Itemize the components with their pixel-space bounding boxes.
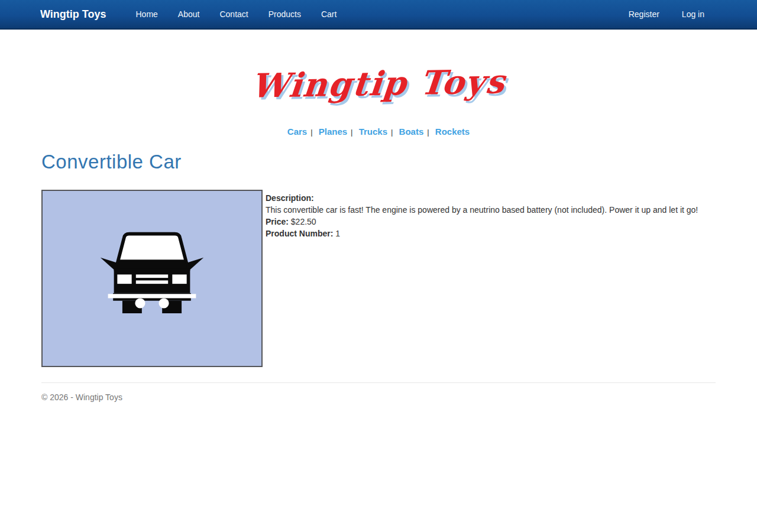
product-detail-section: Description: This convertible car is fas… — [41, 190, 716, 367]
wingtip-toys-logo[interactable]: Wingtip Toys — [250, 61, 507, 105]
category-separator: | — [349, 128, 354, 137]
category-link-trucks[interactable]: Trucks — [357, 126, 389, 137]
product-image — [41, 190, 263, 367]
logo-section: Wingtip Toys — [41, 64, 716, 118]
category-link-boats[interactable]: Boats — [397, 126, 426, 137]
nav-item-cart[interactable]: Cart — [311, 1, 347, 28]
product-number-value: 1 — [335, 229, 340, 238]
footer-divider — [41, 382, 716, 383]
category-separator: | — [389, 128, 394, 137]
main-content: Wingtip Toys Cars| Planes| Trucks| Boats… — [33, 64, 724, 402]
category-separator: | — [309, 128, 314, 137]
copyright-text: © 2026 - Wingtip Toys — [41, 392, 716, 402]
navbar-brand[interactable]: Wingtip Toys — [40, 8, 115, 21]
page-title: Convertible Car — [41, 151, 716, 173]
category-links: Cars| Planes| Trucks| Boats| Rockets — [41, 126, 716, 137]
category-link-cars[interactable]: Cars — [286, 126, 309, 137]
navbar-links: Home About Contact Products Cart — [126, 1, 347, 28]
product-number-label: Product Number: — [266, 229, 333, 238]
login-link[interactable]: Log in — [671, 1, 716, 28]
nav-item-home[interactable]: Home — [126, 1, 168, 28]
car-icon — [97, 231, 207, 313]
nav-item-products[interactable]: Products — [258, 1, 311, 28]
description-label: Description: — [266, 193, 314, 203]
nav-item-contact[interactable]: Contact — [209, 1, 258, 28]
product-details: Description: This convertible car is fas… — [263, 190, 698, 239]
price-label: Price: — [266, 217, 289, 226]
navbar-auth-links: Register Log in — [617, 1, 716, 28]
category-separator: | — [425, 128, 431, 137]
register-link[interactable]: Register — [617, 1, 671, 28]
price-value: $22.50 — [291, 217, 316, 226]
top-navbar: Wingtip Toys Home About Contact Products… — [0, 0, 757, 30]
nav-item-about[interactable]: About — [168, 1, 210, 28]
description-text: This convertible car is fast! The engine… — [266, 205, 698, 215]
category-link-rockets[interactable]: Rockets — [434, 126, 471, 137]
category-link-planes[interactable]: Planes — [317, 126, 349, 137]
